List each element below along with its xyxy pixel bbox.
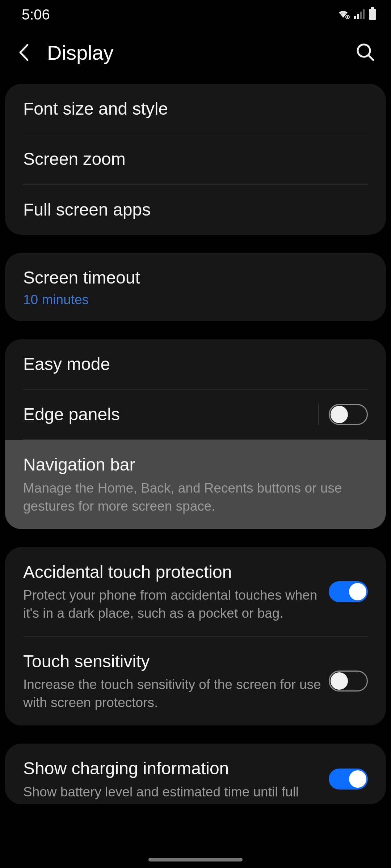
row-title: Edge panels xyxy=(23,403,318,426)
status-bar: 5:06 xyxy=(0,0,391,29)
battery-icon xyxy=(369,7,377,22)
row-title: Screen zoom xyxy=(23,148,368,170)
toggle-separator xyxy=(318,404,319,425)
row-title: Touch sensitivity xyxy=(23,650,329,673)
row-title: Navigation bar xyxy=(23,454,368,476)
svg-rect-2 xyxy=(357,14,359,19)
settings-group-2: Screen timeout 10 minutes xyxy=(5,253,386,321)
back-button[interactable] xyxy=(14,43,33,61)
row-font-size-and-style[interactable]: Font size and style xyxy=(5,84,386,134)
settings-group-1: Font size and style Screen zoom Full scr… xyxy=(5,84,386,235)
row-navigation-bar[interactable]: Navigation bar Manage the Home, Back, an… xyxy=(5,440,386,529)
toggle-edge-panels[interactable] xyxy=(329,404,368,425)
row-touch-sensitivity[interactable]: Touch sensitivity Increase the touch sen… xyxy=(5,637,386,726)
search-button[interactable] xyxy=(355,42,377,63)
search-icon xyxy=(356,43,375,62)
toggle-touch-sensitivity[interactable] xyxy=(329,671,368,692)
status-icons xyxy=(337,7,377,22)
gesture-handle[interactable] xyxy=(148,858,243,861)
row-title: Show charging information xyxy=(23,757,329,780)
header: Display xyxy=(0,29,391,76)
row-description: Increase the touch sensitivity of the sc… xyxy=(23,676,329,712)
svg-rect-5 xyxy=(371,7,374,9)
row-title: Font size and style xyxy=(23,98,368,120)
row-full-screen-apps[interactable]: Full screen apps xyxy=(5,185,386,235)
row-title: Full screen apps xyxy=(23,199,368,221)
page-title: Display xyxy=(47,41,340,64)
signal-icon xyxy=(353,9,365,20)
row-title: Accidental touch protection xyxy=(23,561,329,583)
row-title: Easy mode xyxy=(23,353,368,375)
row-title: Screen timeout xyxy=(23,267,368,289)
svg-line-8 xyxy=(369,55,373,60)
settings-group-5: Show charging information Show battery l… xyxy=(5,744,386,804)
toggle-accidental-touch[interactable] xyxy=(329,581,368,602)
row-show-charging-information[interactable]: Show charging information Show battery l… xyxy=(5,744,386,804)
settings-group-4: Accidental touch protection Protect your… xyxy=(5,547,386,726)
row-description: Manage the Home, Back, and Recents butto… xyxy=(23,479,368,515)
svg-rect-1 xyxy=(354,16,356,19)
chevron-left-icon xyxy=(17,43,30,62)
row-edge-panels[interactable]: Edge panels xyxy=(5,390,386,439)
row-description: Show battery level and estimated time un… xyxy=(23,783,329,801)
wifi-icon xyxy=(337,8,350,21)
settings-group-3: Easy mode Edge panels Navigation bar Man… xyxy=(5,339,386,529)
settings-content: Font size and style Screen zoom Full scr… xyxy=(0,76,391,804)
row-easy-mode[interactable]: Easy mode xyxy=(5,339,386,389)
row-accidental-touch-protection[interactable]: Accidental touch protection Protect your… xyxy=(5,547,386,636)
svg-rect-4 xyxy=(363,9,365,19)
row-description: Protect your phone from accidental touch… xyxy=(23,586,329,622)
svg-rect-6 xyxy=(369,9,376,20)
status-time: 5:06 xyxy=(22,7,50,23)
row-screen-timeout[interactable]: Screen timeout 10 minutes xyxy=(5,253,386,321)
svg-rect-3 xyxy=(360,12,362,19)
row-screen-zoom[interactable]: Screen zoom xyxy=(5,134,386,184)
toggle-charging-info[interactable] xyxy=(329,769,368,790)
row-value: 10 minutes xyxy=(23,292,368,307)
